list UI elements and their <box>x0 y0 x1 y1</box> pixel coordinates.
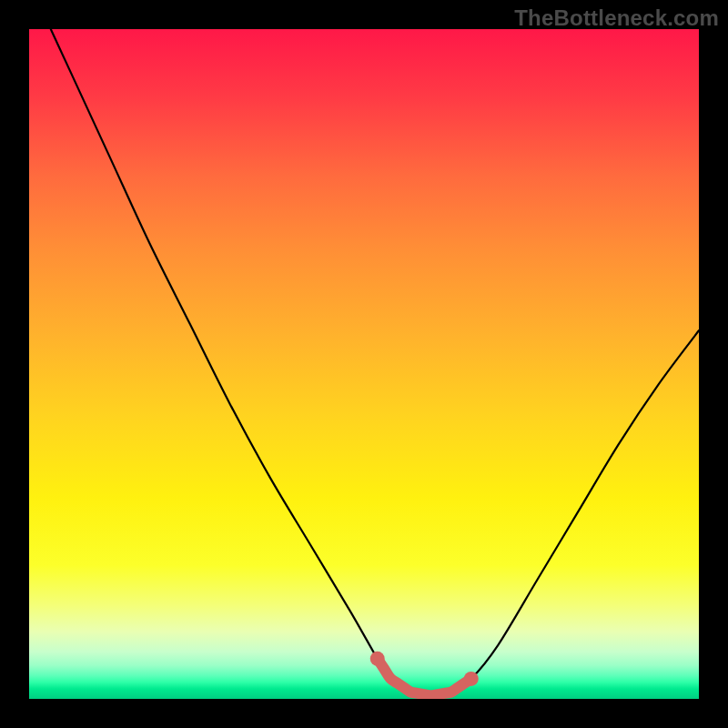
plot-area <box>29 29 699 699</box>
curve-layer <box>29 29 699 699</box>
watermark-text: TheBottleneck.com <box>514 5 719 31</box>
bottleneck-curve <box>29 29 699 695</box>
optimal-range-marker <box>378 659 471 695</box>
optimal-range-end-dot <box>464 672 479 686</box>
chart-frame: TheBottleneck.com <box>0 0 728 728</box>
optimal-range-start-dot <box>370 652 385 666</box>
